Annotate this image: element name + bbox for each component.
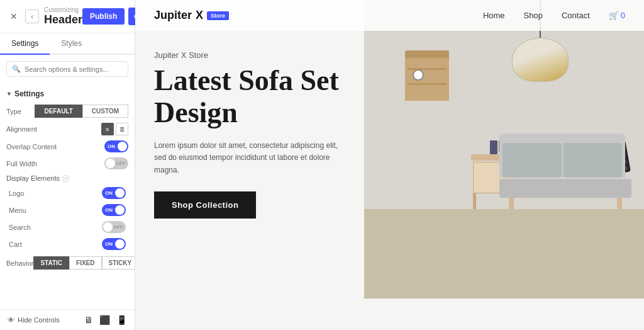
shelf-clock <box>413 69 424 81</box>
logo-toggle-label: ON <box>105 190 113 196</box>
sofa-cushion-left <box>502 143 562 178</box>
sofa-scene <box>364 0 644 299</box>
search-box[interactable]: 🔍 <box>6 61 128 77</box>
shelf <box>405 50 449 101</box>
type-default-button[interactable]: DEFAULT <box>35 105 82 118</box>
breadcrumb: Customizing <box>44 6 82 13</box>
alignment-row: Alignment ≡ ≣ <box>6 123 128 135</box>
search-toggle-label: OFF <box>113 224 123 230</box>
behavior-sticky-button[interactable]: STICKY <box>102 256 135 270</box>
panel-bottom: 👁 Hide Controls 🖥 ⬛ 📱 <box>0 309 135 330</box>
sofa-leg-2 <box>617 198 622 209</box>
search-toggle-knob <box>103 222 113 232</box>
overlap-content-label: Overlap Content <box>6 143 57 151</box>
alignment-icons: ≡ ≣ <box>101 123 128 135</box>
full-width-label: Full Width <box>6 160 37 168</box>
cart-count: 0 <box>621 11 625 20</box>
logo-toggle[interactable]: ON <box>102 187 126 199</box>
sofa-cushions <box>502 143 622 178</box>
book-1 <box>490 140 497 154</box>
hero-content: Jupiter X Store Latest Sofa Set Design L… <box>135 0 364 237</box>
tablet-device-icon[interactable]: ⬛ <box>99 315 110 325</box>
mobile-device-icon[interactable]: 📱 <box>116 315 127 325</box>
preview-header: Jupiter X Store Home Shop Contact 🛒 0 <box>135 0 644 31</box>
nav-shop[interactable]: Shop <box>524 11 543 20</box>
logo-label: Logo <box>9 190 24 197</box>
behavior-row: Behavior STATIC FIXED STICKY <box>6 256 128 270</box>
floor <box>364 209 644 299</box>
shop-collection-button[interactable]: Shop Collection <box>154 191 256 219</box>
preview-area: Jupiter X Store Home Shop Contact 🛒 0 Ju… <box>135 0 644 330</box>
cart-label: Cart <box>9 241 22 248</box>
hide-controls-button[interactable]: 👁 Hide Controls <box>8 316 60 324</box>
shelf-body <box>405 50 449 101</box>
search-label: Search <box>9 224 31 231</box>
tab-settings[interactable]: Settings <box>0 33 50 55</box>
behavior-fixed-button[interactable]: FIXED <box>69 256 101 270</box>
chevron-icon: ▼ <box>6 91 12 97</box>
align-right-icon[interactable]: ≣ <box>116 123 128 135</box>
type-row: Type DEFAULT CUSTOM <box>6 105 128 118</box>
settings-label: Settings <box>14 89 44 98</box>
overlap-toggle-knob <box>118 142 127 151</box>
eye-icon: 👁 <box>8 316 14 324</box>
hero-title: Latest Sofa Set Design <box>154 65 345 128</box>
panel-title: Header <box>44 13 82 26</box>
preview-logo: Jupiter X Store <box>154 9 229 22</box>
behavior-buttons: STATIC FIXED STICKY <box>33 256 135 270</box>
sofa-leg-1 <box>509 198 514 209</box>
hide-controls-label: Hide Controls <box>18 316 60 324</box>
search-input[interactable] <box>25 65 123 73</box>
cart-toggle-label: ON <box>105 241 113 247</box>
overlap-toggle[interactable]: ON <box>104 140 128 152</box>
menu-row: Menu ON <box>6 203 128 217</box>
sofa-legs <box>499 198 631 209</box>
display-elements-section: Display Elements ○ <box>6 174 128 182</box>
full-width-row: Full Width OFF <box>6 157 128 169</box>
breadcrumb-area: Customizing Header <box>44 6 82 26</box>
behavior-label: Behavior <box>6 259 33 267</box>
nav-contact[interactable]: Contact <box>562 11 590 20</box>
table-leg-left <box>473 193 476 209</box>
search-row: Search OFF <box>6 220 128 234</box>
store-badge: Store <box>207 11 229 20</box>
behavior-static-button[interactable]: STATIC <box>33 256 69 270</box>
full-width-toggle[interactable]: OFF <box>104 157 128 169</box>
desktop-device-icon[interactable]: 🖥 <box>84 315 93 325</box>
hero-store-label: Jupiter X Store <box>154 50 345 60</box>
align-left-icon[interactable]: ≡ <box>101 123 114 135</box>
shelf-top <box>408 68 447 70</box>
display-elements-info-icon: ○ <box>62 175 69 182</box>
full-width-toggle-knob <box>106 159 115 168</box>
hero-description: Lorem ipsum dolor sit amet, consectetur … <box>154 140 345 176</box>
hero-title-line1: Latest Sofa Set <box>154 64 339 96</box>
logo-text: Jupiter <box>154 9 192 22</box>
menu-toggle[interactable]: ON <box>102 204 126 216</box>
preview-nav: Home Shop Contact 🛒 0 <box>483 11 625 20</box>
settings-section-header[interactable]: ▼ Settings <box>6 89 128 98</box>
cart-toggle[interactable]: ON <box>102 238 126 250</box>
nav-home[interactable]: Home <box>483 11 505 20</box>
cart-icon-wrap[interactable]: 🛒 0 <box>609 11 625 20</box>
hero-background <box>364 0 644 299</box>
menu-toggle-knob <box>115 205 125 215</box>
type-custom-button[interactable]: CUSTOM <box>82 105 128 118</box>
type-label: Type <box>6 108 21 115</box>
back-button[interactable]: ‹ <box>25 9 39 23</box>
sofa <box>499 134 631 209</box>
topbar-left: ✕ ‹ Customizing Header <box>8 6 82 26</box>
hero-title-line2: Design <box>154 96 238 128</box>
full-width-toggle-label: OFF <box>116 161 126 166</box>
shelf-bottom <box>408 83 447 85</box>
tab-styles[interactable]: Styles <box>50 33 93 55</box>
type-buttons: DEFAULT CUSTOM <box>35 105 128 118</box>
overlap-content-row: Overlap Content ON <box>6 140 128 152</box>
device-icons: 🖥 ⬛ 📱 <box>84 315 127 325</box>
panel-topbar: ✕ ‹ Customizing Header Publish ⚙ <box>0 0 135 33</box>
close-button[interactable]: ✕ <box>8 10 20 23</box>
lamp-shade <box>512 38 569 82</box>
search-toggle[interactable]: OFF <box>102 221 126 233</box>
publish-button[interactable]: Publish <box>82 8 125 25</box>
sofa-seat <box>499 179 631 198</box>
overlap-toggle-label: ON <box>108 144 115 149</box>
